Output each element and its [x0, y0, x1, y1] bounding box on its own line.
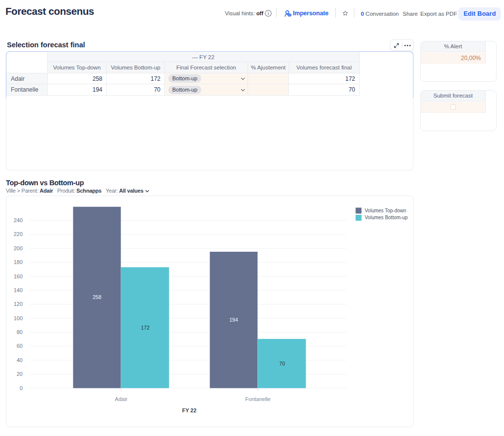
svg-text:Fontanelle: Fontanelle — [245, 396, 270, 402]
svg-text:Adair: Adair — [115, 396, 127, 402]
svg-text:172: 172 — [141, 324, 150, 330]
svg-text:60: 60 — [16, 343, 22, 349]
svg-text:220: 220 — [13, 231, 22, 237]
svg-text:120: 120 — [13, 301, 22, 307]
svg-text:100: 100 — [13, 315, 22, 321]
svg-text:200: 200 — [13, 245, 22, 251]
svg-text:70: 70 — [279, 360, 285, 366]
svg-text:FY 22: FY 22 — [182, 407, 196, 413]
svg-text:20: 20 — [16, 371, 22, 377]
svg-text:Volumes Bottom-up: Volumes Bottom-up — [365, 215, 408, 220]
svg-text:180: 180 — [13, 259, 22, 265]
svg-text:160: 160 — [13, 273, 22, 279]
svg-text:140: 140 — [13, 287, 22, 293]
svg-text:80: 80 — [16, 329, 22, 335]
svg-text:Volumes Top-down: Volumes Top-down — [365, 207, 406, 213]
svg-text:240: 240 — [13, 217, 22, 223]
svg-text:194: 194 — [229, 317, 238, 323]
svg-text:40: 40 — [16, 357, 22, 363]
svg-text:258: 258 — [93, 294, 101, 300]
svg-text:0: 0 — [19, 385, 22, 391]
